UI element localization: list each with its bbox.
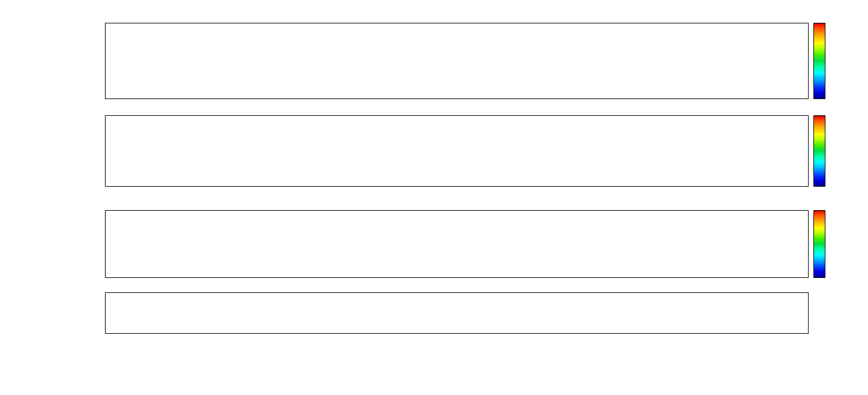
spectrogram-canvas-bubu xyxy=(106,211,808,277)
magnetometer-plot xyxy=(105,292,809,334)
spectrogram-eueu xyxy=(105,115,809,187)
colorbar-hfr xyxy=(813,23,825,99)
y-axis-label-hfr xyxy=(53,23,62,99)
spectrogram-hfr xyxy=(105,23,809,99)
y-axis-label-bubu xyxy=(53,210,62,278)
spectrogram-canvas-hfr xyxy=(106,23,808,98)
spectrogram-bubu xyxy=(105,210,809,278)
y-axis-label-mag xyxy=(53,292,62,334)
spectrogram-canvas-eueu xyxy=(106,116,808,186)
colorbar-bubu xyxy=(813,210,825,278)
y-axis-label-eueu xyxy=(53,115,62,187)
colorbar-eueu xyxy=(813,115,825,187)
plot-stage xyxy=(0,0,868,395)
